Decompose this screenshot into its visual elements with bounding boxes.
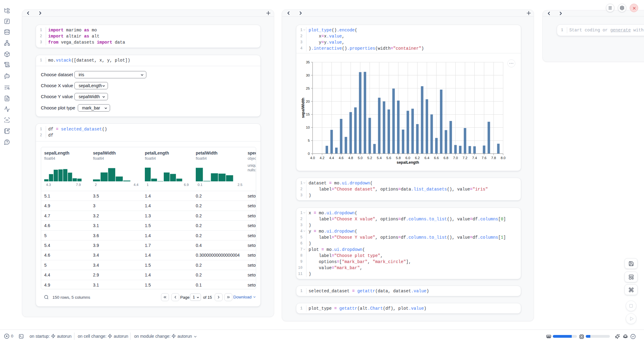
svg-text:25: 25 <box>306 87 310 90</box>
svg-text:20: 20 <box>306 100 310 103</box>
svg-text:7.4: 7.4 <box>472 156 477 160</box>
svg-text:0: 0 <box>308 152 310 155</box>
svg-text:4.8: 4.8 <box>348 156 353 160</box>
svg-text:6.6: 6.6 <box>434 156 439 160</box>
svg-text:30: 30 <box>306 73 310 77</box>
svg-text:sepalLength: sepalLength <box>397 160 419 165</box>
svg-text:5: 5 <box>308 139 310 142</box>
svg-text:6.0: 6.0 <box>406 156 410 160</box>
svg-text:7.2: 7.2 <box>463 156 467 160</box>
svg-text:6.4: 6.4 <box>424 156 430 160</box>
svg-text:8.0: 8.0 <box>501 156 506 160</box>
svg-text:6.2: 6.2 <box>415 156 420 160</box>
svg-text:7.6: 7.6 <box>482 156 487 160</box>
svg-text:10: 10 <box>306 126 310 129</box>
svg-text:4.2: 4.2 <box>320 156 324 160</box>
svg-text:7.8: 7.8 <box>491 156 496 160</box>
svg-text:4.4: 4.4 <box>329 156 335 160</box>
svg-text:5.0: 5.0 <box>358 156 363 160</box>
svg-text:5.8: 5.8 <box>396 156 401 160</box>
svg-text:35: 35 <box>306 60 310 64</box>
svg-text:sepalWidth: sepalWidth <box>301 98 305 118</box>
svg-text:4.0: 4.0 <box>310 156 315 160</box>
svg-text:4.6: 4.6 <box>339 156 344 160</box>
svg-text:15: 15 <box>306 112 310 116</box>
svg-text:7.0: 7.0 <box>453 156 458 160</box>
svg-text:6.8: 6.8 <box>444 156 449 160</box>
svg-text:5.2: 5.2 <box>367 156 372 160</box>
svg-text:5.6: 5.6 <box>386 156 391 160</box>
svg-text:5.4: 5.4 <box>377 156 382 160</box>
